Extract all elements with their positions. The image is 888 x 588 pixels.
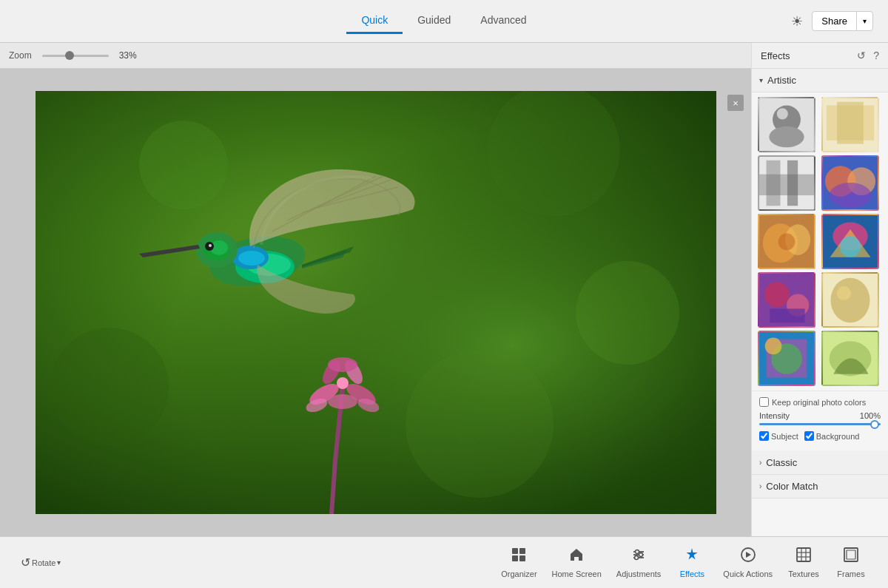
tab-guided[interactable]: Guided <box>403 8 465 34</box>
textures-tool[interactable]: Textures <box>781 544 826 581</box>
artistic-thumb-4[interactable] <box>821 155 879 211</box>
frames-tool[interactable]: Frames <box>829 544 873 581</box>
rotate-icon: ↺ <box>21 555 30 570</box>
keep-colors-label[interactable]: Keep original photo colors <box>759 397 866 407</box>
svg-point-51 <box>840 236 861 257</box>
canvas-area: Zoom 33% × <box>0 43 751 536</box>
svg-rect-36 <box>837 102 864 144</box>
color-match-section-header[interactable]: › Color Match <box>752 475 888 499</box>
tab-advanced[interactable]: Advanced <box>465 8 541 34</box>
svg-rect-65 <box>519 548 525 554</box>
panel-header-label: Effects <box>761 50 790 61</box>
svg-rect-39 <box>767 160 781 206</box>
svg-point-33 <box>777 108 788 119</box>
background-check[interactable]: Background <box>804 431 860 441</box>
hummingbird-canvas <box>36 91 716 514</box>
artistic-thumb-9[interactable] <box>758 331 815 386</box>
svg-point-48 <box>778 234 796 251</box>
bottom-bar: ↺ Rotate ▾ Organizer Home Screen Adjustm… <box>0 536 888 588</box>
background-label: Background <box>816 432 860 441</box>
frames-label: Frames <box>837 570 864 578</box>
effects-icon <box>684 547 700 567</box>
svg-rect-55 <box>770 308 804 322</box>
svg-rect-40 <box>787 160 798 206</box>
artistic-thumb-5[interactable] <box>758 214 815 269</box>
artistic-thumb-10[interactable] <box>821 331 879 386</box>
artistic-thumb-7[interactable] <box>758 272 815 328</box>
subject-check[interactable]: Subject <box>759 431 798 441</box>
artistic-chevron: ▾ <box>759 76 763 84</box>
share-button[interactable]: Share ▾ <box>812 11 873 31</box>
artistic-section-label: Artistic <box>767 75 796 86</box>
svg-point-2 <box>139 121 228 209</box>
panel-help-icon[interactable]: ? <box>873 50 879 61</box>
svg-point-71 <box>636 550 639 554</box>
background-checkbox[interactable] <box>804 431 814 441</box>
svg-rect-75 <box>797 548 810 561</box>
quick-actions-label: Quick Actions <box>723 570 773 578</box>
artistic-thumb-2[interactable] <box>821 97 879 152</box>
subject-background-row: Subject Background <box>759 431 881 441</box>
rotate-button[interactable]: ↺ Rotate ▾ <box>15 552 67 572</box>
keep-colors-row: Keep original photo colors <box>759 397 881 407</box>
svg-point-58 <box>837 286 851 300</box>
svg-point-72 <box>639 553 643 557</box>
brightness-icon[interactable]: ☀ <box>791 13 803 30</box>
effects-tool[interactable]: Effects <box>670 544 714 581</box>
share-dropdown-arrow[interactable]: ▾ <box>857 13 872 29</box>
svg-point-12 <box>328 357 357 372</box>
classic-section-label: Classic <box>766 457 797 468</box>
rotate-label: Rotate <box>32 558 56 567</box>
top-bar-right: ☀ Share ▾ <box>791 11 873 31</box>
svg-point-4 <box>576 261 679 365</box>
color-match-section-label: Color Match <box>766 481 818 492</box>
artistic-thumb-6[interactable] <box>821 214 879 269</box>
quick-actions-tool[interactable]: Quick Actions <box>717 544 778 581</box>
right-panel: Effects ↺ ? ▾ Artistic <box>751 43 888 536</box>
organizer-label: Organizer <box>501 570 536 578</box>
zoom-percent: 33% <box>119 50 137 61</box>
keep-colors-text: Keep original photo colors <box>772 398 866 407</box>
effects-panel[interactable]: ▾ Artistic <box>752 69 888 536</box>
svg-point-61 <box>765 338 782 355</box>
adjustments-label: Adjustments <box>616 570 662 578</box>
subject-label: Subject <box>771 432 798 441</box>
classic-chevron: › <box>759 459 761 467</box>
artistic-thumb-3[interactable] <box>758 155 815 211</box>
color-match-chevron: › <box>759 482 761 490</box>
svg-rect-67 <box>519 555 525 561</box>
panel-header: Effects ↺ ? <box>752 43 888 69</box>
organizer-tool[interactable]: Organizer <box>495 544 542 581</box>
svg-rect-64 <box>512 548 518 554</box>
share-button-label[interactable]: Share <box>813 12 857 30</box>
svg-point-11 <box>328 394 357 409</box>
tab-quick[interactable]: Quick <box>346 8 403 34</box>
main-area: Zoom 33% × <box>0 43 888 536</box>
home-screen-tool[interactable]: Home Screen <box>546 544 608 581</box>
top-tabs: Quick Guided Advanced <box>346 8 541 34</box>
keep-colors-checkbox[interactable] <box>759 397 769 407</box>
zoom-slider[interactable] <box>42 55 109 57</box>
svg-point-73 <box>635 556 639 560</box>
svg-rect-81 <box>847 550 855 559</box>
artistic-thumb-8[interactable] <box>821 272 879 328</box>
effects-label: Effects <box>680 570 704 578</box>
subject-checkbox[interactable] <box>759 431 769 441</box>
panel-header-icons: ↺ ? <box>857 50 879 61</box>
intensity-slider[interactable] <box>759 423 881 425</box>
artistic-thumb-1[interactable] <box>758 97 815 152</box>
canvas-image: × <box>0 69 751 536</box>
artistic-section-header[interactable]: ▾ Artistic <box>752 69 888 92</box>
svg-point-25 <box>209 244 212 247</box>
textures-label: Textures <box>788 570 819 578</box>
zoom-thumb[interactable] <box>65 51 74 60</box>
adjustments-tool[interactable]: Adjustments <box>610 544 667 581</box>
canvas-close-button[interactable]: × <box>727 95 744 111</box>
svg-point-32 <box>769 126 804 147</box>
svg-point-57 <box>830 278 870 323</box>
artistic-thumbnails-grid <box>752 92 888 391</box>
intensity-thumb[interactable] <box>870 420 879 429</box>
svg-point-5 <box>50 328 169 446</box>
classic-section-header[interactable]: › Classic <box>752 451 888 475</box>
panel-reset-icon[interactable]: ↺ <box>857 50 866 61</box>
